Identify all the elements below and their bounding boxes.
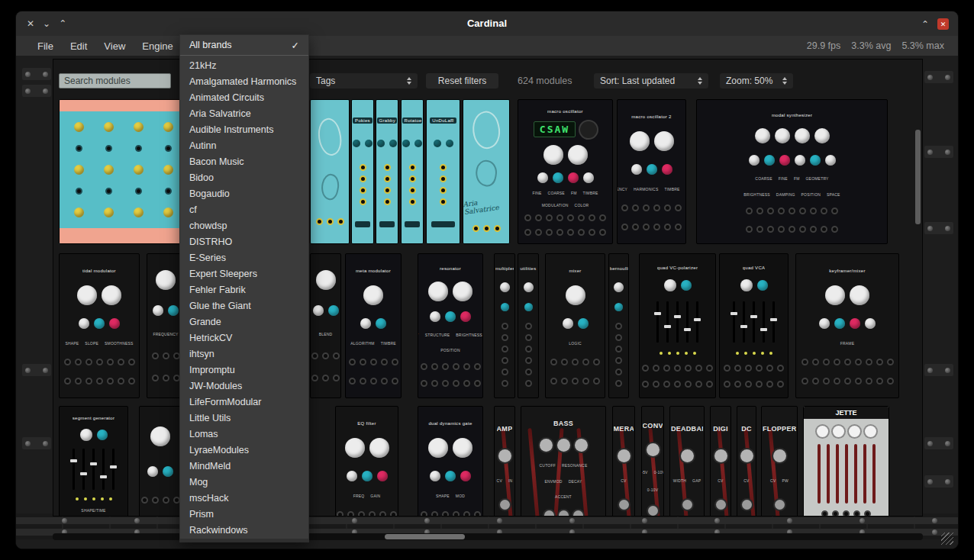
- module-card[interactable]: dual dynamics gateSHAPEMOD: [418, 406, 483, 517]
- module-card[interactable]: [310, 99, 350, 244]
- slider-handle[interactable]: [70, 459, 77, 462]
- slider-handle[interactable]: [664, 325, 671, 328]
- brand-menu-item[interactable]: Aria Salvatrice: [180, 106, 308, 122]
- slider-handle[interactable]: [740, 325, 747, 328]
- module-card[interactable]: modal synthesizerCOARSEFINEFMGEOMETRYBRI…: [696, 99, 888, 244]
- brand-menu-item[interactable]: Impromptu: [180, 362, 308, 378]
- jack-port: [440, 175, 447, 182]
- brand-menu-item[interactable]: Bogaudio: [180, 186, 308, 202]
- module-card[interactable]: DIGICV: [710, 406, 731, 517]
- menu-item-engine[interactable]: Engine: [140, 40, 174, 52]
- module-card[interactable]: DCCV: [737, 406, 756, 517]
- horizontal-scrollbar-thumb[interactable]: [385, 534, 465, 539]
- brand-menu-item[interactable]: DISTRHO: [180, 234, 308, 250]
- slider-handle[interactable]: [770, 318, 777, 321]
- module-row: [430, 311, 471, 322]
- module-card[interactable]: mixerLOGIC: [545, 253, 605, 398]
- module-card[interactable]: tidal modulatorSHAPESLOPESMOOTHNESS: [59, 253, 140, 398]
- brand-menu-item[interactable]: Lomas: [180, 426, 308, 443]
- module-row: [563, 318, 589, 329]
- collapse-icon[interactable]: ⌃: [921, 19, 929, 30]
- module-card[interactable]: Rotatoes: [401, 99, 424, 244]
- module-card[interactable]: [139, 406, 182, 517]
- module-card[interactable]: BLEND: [310, 253, 341, 398]
- brand-menu-item[interactable]: Glue the Giant: [180, 298, 308, 314]
- led: [693, 352, 696, 355]
- module-card[interactable]: multiples: [494, 253, 515, 398]
- module-card[interactable]: quad VCA: [719, 253, 789, 398]
- resize-grip[interactable]: [941, 533, 953, 545]
- slider-handle[interactable]: [684, 328, 691, 331]
- menu-item-file[interactable]: File: [36, 40, 55, 52]
- jack-port: [615, 346, 622, 352]
- brand-menu-item[interactable]: Expert Sleepers: [180, 266, 308, 282]
- brand-menu-item[interactable]: 21kHz: [180, 58, 308, 74]
- module-card[interactable]: EQ filterFREQGAIN: [335, 406, 398, 517]
- brand-menu-item[interactable]: Little Utils: [180, 410, 308, 426]
- brand-menu-item[interactable]: Animated Circuits: [180, 90, 308, 106]
- jack-port: [810, 226, 817, 233]
- slider-handle[interactable]: [80, 472, 87, 475]
- brand-menu-item[interactable]: Bidoo: [180, 170, 308, 186]
- module-card[interactable]: BASSCUTOFFRESONANCEENVMODDECAYACCENT: [521, 406, 606, 517]
- brand-menu-item[interactable]: MindMeld: [180, 459, 308, 475]
- brand-menu-item[interactable]: mscHack: [180, 491, 308, 507]
- brand-menu-item[interactable]: chowdsp: [180, 218, 308, 234]
- module-card[interactable]: DEADBANDWIDTHGAP: [669, 406, 705, 517]
- brand-menu-item[interactable]: ihtsyn: [180, 346, 308, 362]
- slider-handle[interactable]: [110, 465, 117, 468]
- menu-item-edit[interactable]: Edit: [69, 40, 89, 52]
- slider: [743, 301, 745, 343]
- module-card[interactable]: segment generatorSHAPE/TIME: [59, 406, 128, 517]
- module-card[interactable]: UnDuLaR: [426, 99, 460, 244]
- module-card[interactable]: Pokies: [351, 99, 374, 244]
- module-title: EQ filter: [357, 421, 376, 426]
- module-card[interactable]: FLOPPERCVPW: [761, 406, 798, 517]
- module-card[interactable]: macro oscillator 2FREQUENCYHARMONICSTIMB…: [617, 99, 686, 244]
- titlebar: ✕ ⌄ ⌃ Cardinal ⌃ ✕: [16, 11, 958, 36]
- module-card[interactable]: meta modulatorALGORITHMTIMBRE: [345, 253, 402, 398]
- brand-menu-item[interactable]: Grande: [180, 314, 308, 330]
- brand-menu-item[interactable]: Autinn: [180, 138, 308, 154]
- vertical-scrollbar-thumb[interactable]: [915, 130, 921, 224]
- brand-menu-item[interactable]: cf: [180, 202, 308, 218]
- brand-menu-item[interactable]: Prism: [180, 507, 308, 523]
- module-card[interactable]: keyframer/mixerFRAME: [795, 253, 899, 398]
- brand-menu-item[interactable]: LyraeModules: [180, 443, 308, 459]
- module-card[interactable]: Aria Salvatrice: [463, 99, 510, 244]
- slider-handle[interactable]: [90, 462, 97, 465]
- brand-menu-item[interactable]: Audible Instruments: [180, 122, 308, 138]
- module-card[interactable]: CONV+5V0-10V0-10V: [641, 406, 664, 517]
- slider-handle[interactable]: [654, 312, 661, 315]
- host-close-icon[interactable]: ✕: [937, 18, 949, 30]
- slider-handle[interactable]: [100, 475, 107, 478]
- module-card[interactable]: Grabby: [376, 99, 398, 244]
- brand-menu-item-all-brands[interactable]: All brands ✓: [180, 35, 308, 55]
- module-card[interactable]: utilities: [518, 253, 539, 398]
- slider-handle[interactable]: [760, 328, 767, 331]
- brand-menu-item[interactable]: Rackwindows: [180, 523, 308, 539]
- module-card[interactable]: MERACV: [612, 406, 635, 517]
- menu-item-view[interactable]: View: [102, 40, 127, 52]
- brand-menu-item[interactable]: LifeFormModular: [180, 394, 308, 410]
- jack-port: [756, 208, 763, 214]
- brand-menu-item[interactable]: Mog: [180, 475, 308, 491]
- module-card[interactable]: quad VC-polarizer: [639, 253, 716, 398]
- jack-port: [589, 229, 595, 236]
- module-card[interactable]: AMPCVIN: [494, 406, 515, 517]
- brand-menu-item[interactable]: JW-Modules: [180, 378, 308, 394]
- brand-menu-item[interactable]: E-Series: [180, 250, 308, 266]
- brand-menu-item[interactable]: Fehler Fabrik: [180, 282, 308, 298]
- module-card[interactable]: macro oscillatorCSAWFINECOARSEFMTIMBREMO…: [518, 99, 613, 244]
- module-card[interactable]: resonatorFREQUENCYSTRUCTUREBRIGHTNESSDAM…: [418, 253, 483, 398]
- slider-handle[interactable]: [674, 315, 681, 318]
- module-row: [434, 140, 453, 147]
- module-card[interactable]: JETTE: [803, 406, 889, 517]
- slider-handle[interactable]: [694, 318, 701, 321]
- brand-menu-item[interactable]: HetrickCV: [180, 330, 308, 346]
- slider-handle[interactable]: [730, 312, 737, 315]
- brand-menu-item[interactable]: Amalgamated Harmonics: [180, 74, 308, 90]
- brand-menu-item[interactable]: Bacon Music: [180, 154, 308, 170]
- slider-handle[interactable]: [750, 315, 757, 318]
- module-card[interactable]: bernoulli gate: [608, 253, 629, 398]
